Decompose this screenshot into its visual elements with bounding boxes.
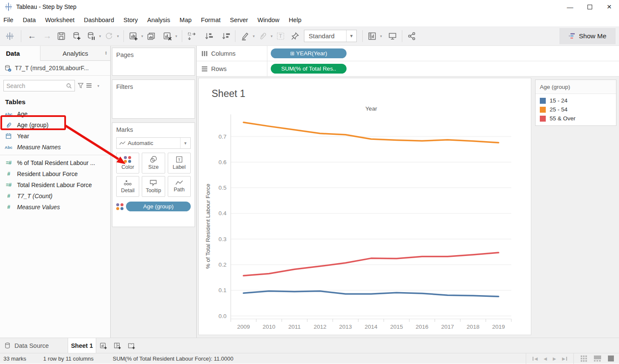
previous-sheet-icon[interactable]: ◀	[541, 356, 550, 361]
menu-story[interactable]: Story	[119, 17, 143, 23]
field-pct-total-resident-labour[interactable]: =# % of Total Resident Labour ...	[0, 157, 110, 168]
show-sheet-sorter-icon[interactable]	[581, 355, 587, 362]
view-mode-caret-icon[interactable]: ▼	[346, 30, 356, 42]
next-sheet-icon[interactable]: ▶	[550, 356, 559, 361]
highlight-icon[interactable]	[238, 29, 251, 43]
show-hide-cards-caret-icon[interactable]: ▾	[378, 34, 384, 38]
year-pill[interactable]: ⊞ YEAR(Year)	[271, 48, 347, 58]
expand-icon[interactable]: ⊞	[290, 51, 294, 56]
show-hide-cards-icon[interactable]	[366, 29, 378, 43]
field-t7t-count[interactable]: # T7_T (Count)	[0, 191, 110, 202]
age-group-color-pill[interactable]: Age (group)	[126, 202, 191, 211]
view-as-caret-icon[interactable]: ▾	[96, 84, 101, 88]
view-mode-select[interactable]: Standard ▼	[304, 30, 357, 42]
menu-bar: File Data Worksheet Dashboard Story Anal…	[0, 14, 619, 26]
detail-button[interactable]: Detail	[116, 176, 139, 197]
tableau-home-icon[interactable]	[3, 29, 16, 43]
columns-shelf[interactable]: Columns ⊞ YEAR(Year)	[197, 46, 619, 61]
highlight-caret-icon[interactable]: ▾	[251, 34, 256, 38]
share-icon[interactable]	[405, 29, 418, 43]
color-legend[interactable]: Age (group) 15 - 24 25 - 54 55 & Over	[535, 80, 616, 126]
field-age[interactable]: Abc Age	[0, 108, 110, 119]
legend-item-55-over[interactable]: 55 & Over	[536, 114, 616, 123]
new-worksheet-caret-icon[interactable]: ▾	[140, 34, 145, 38]
y-axis-title[interactable]: % of Total Resident Labour Force	[205, 184, 211, 269]
view-as-icon[interactable]	[86, 83, 93, 89]
search-input[interactable]	[6, 82, 66, 89]
x-axis-title[interactable]: Year	[365, 105, 377, 112]
new-story-tab-icon[interactable]	[124, 338, 138, 353]
legend-swatch	[540, 98, 546, 104]
pane-collapse-icon[interactable]: ▲▼	[105, 51, 107, 55]
tab-data-source[interactable]: Data Source	[0, 338, 68, 353]
tab-data[interactable]: Data	[0, 46, 40, 61]
field-measure-names[interactable]: Abc Measure Names	[0, 142, 110, 153]
label-button[interactable]: T Label	[168, 153, 191, 173]
size-button[interactable]: Size	[142, 153, 165, 173]
sum-pct-total-pill[interactable]: SUM(% of Total Res..	[271, 64, 347, 74]
last-sheet-icon[interactable]: ▶	[559, 356, 570, 361]
new-dashboard-tab-icon[interactable]	[110, 338, 124, 353]
tab-sheet1[interactable]: Sheet 1	[68, 338, 96, 353]
new-worksheet-icon[interactable]	[127, 29, 140, 43]
pages-shelf[interactable]: Pages	[112, 48, 195, 76]
menu-worksheet[interactable]: Worksheet	[40, 17, 79, 23]
color-button[interactable]: Color	[116, 153, 139, 173]
new-worksheet-tab-icon[interactable]	[96, 338, 110, 353]
legend-item-15-24[interactable]: 15 - 24	[536, 96, 616, 105]
tooltip-button[interactable]: Tooltip	[142, 176, 165, 197]
field-year[interactable]: Year	[0, 131, 110, 142]
field-resident-labour-force[interactable]: # Resident Labour Force	[0, 168, 110, 179]
mark-type-caret-icon[interactable]: ▼	[180, 138, 190, 148]
sort-ascending-icon[interactable]	[202, 29, 215, 43]
add-datasource-icon[interactable]	[70, 29, 83, 43]
mark-type-select[interactable]: Automatic ▼	[116, 137, 191, 149]
show-me-button[interactable]: Show Me	[559, 28, 616, 44]
clear-sheet-icon[interactable]	[161, 29, 174, 43]
first-sheet-icon[interactable]: ◀	[530, 356, 541, 361]
size-icon	[149, 156, 157, 163]
duplicate-sheet-icon[interactable]	[145, 29, 158, 43]
menu-map[interactable]: Map	[175, 17, 196, 23]
search-box[interactable]	[3, 80, 75, 91]
calculated-number-icon: =#	[0, 160, 17, 166]
sort-descending-icon[interactable]	[219, 29, 232, 43]
line-chart[interactable]: Sheet 1 Year % of Total Resident Labour …	[199, 78, 532, 336]
menu-help[interactable]: Help	[284, 17, 306, 23]
menu-window[interactable]: Window	[253, 17, 284, 23]
redo-icon[interactable]: →	[40, 29, 55, 43]
menu-file[interactable]: File	[0, 17, 18, 23]
field-age-group[interactable]: Age (group)	[0, 119, 110, 131]
minimize-button[interactable]: —	[560, 0, 580, 14]
undo-icon[interactable]: ←	[24, 29, 40, 43]
swap-rows-columns-icon[interactable]	[185, 29, 198, 43]
filter-icon[interactable]	[77, 82, 84, 89]
tab-analytics[interactable]: Analytics ▲▼	[40, 46, 110, 61]
close-button[interactable]: ×	[599, 0, 619, 14]
presentation-mode-icon[interactable]	[386, 29, 399, 43]
path-button[interactable]: Path	[168, 176, 191, 197]
clear-sheet-caret-icon[interactable]: ▾	[174, 34, 179, 38]
svg-text:0.2: 0.2	[218, 262, 226, 268]
worksheet-canvas[interactable]: Sheet 1 Year % of Total Resident Labour …	[198, 78, 531, 335]
menu-dashboard[interactable]: Dashboard	[79, 17, 119, 23]
show-me-icon	[569, 33, 576, 39]
pause-updates-icon[interactable]	[85, 29, 97, 43]
menu-format[interactable]: Format	[196, 17, 225, 23]
fix-axes-icon[interactable]	[289, 29, 301, 43]
field-total-resident-labour-force[interactable]: =# Total Resident Labour Force	[0, 179, 110, 191]
menu-server[interactable]: Server	[225, 17, 253, 23]
menu-data[interactable]: Data	[18, 17, 40, 23]
filters-shelf[interactable]: Filters	[112, 80, 195, 119]
maximize-button[interactable]	[580, 0, 599, 14]
datasource-item[interactable]: T7_T (mrsd_2019LabourF...	[0, 61, 110, 76]
save-icon[interactable]	[55, 29, 68, 43]
legend-item-25-54[interactable]: 25 - 54	[536, 105, 616, 114]
plot-area[interactable]: 0.00.10.20.30.40.50.60.72009201020112012…	[218, 114, 511, 330]
field-measure-values[interactable]: # Measure Values	[0, 202, 110, 213]
pause-updates-caret-icon[interactable]: ▾	[97, 34, 103, 38]
rows-shelf[interactable]: Rows SUM(% of Total Res..	[197, 61, 619, 77]
show-filmstrip-icon[interactable]	[594, 355, 601, 361]
show-tabs-icon[interactable]	[608, 355, 614, 361]
menu-analysis[interactable]: Analysis	[143, 17, 175, 23]
